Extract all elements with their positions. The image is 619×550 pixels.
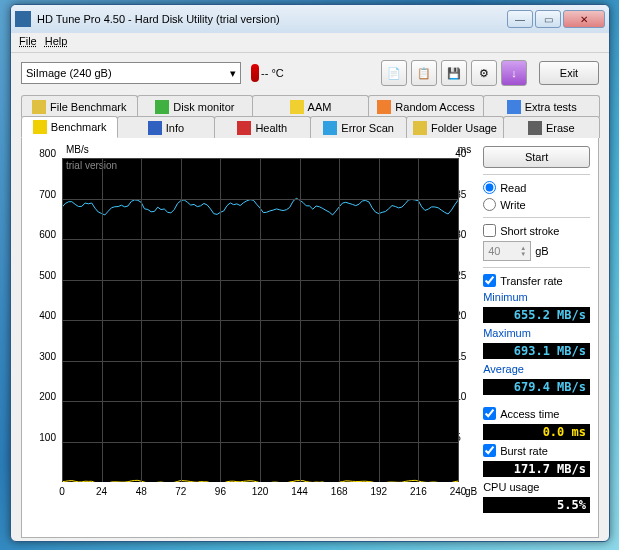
- transfer-rate-label: Transfer rate: [500, 275, 563, 287]
- tab-health[interactable]: Health: [214, 116, 311, 138]
- start-button[interactable]: Start: [483, 146, 590, 168]
- tab-icon: [237, 121, 251, 135]
- minimize-button[interactable]: —: [507, 10, 533, 28]
- tab-folder-usage[interactable]: Folder Usage: [406, 116, 503, 138]
- tab-icon: [528, 121, 542, 135]
- tab-erase[interactable]: Erase: [503, 116, 600, 138]
- menubar: File Help: [11, 33, 609, 53]
- short-stroke-checkbox[interactable]: [483, 224, 496, 237]
- tab-aam[interactable]: AAM: [252, 95, 369, 117]
- tab-icon: [377, 100, 391, 114]
- x-unit: gB: [465, 486, 477, 497]
- short-stroke-unit: gB: [535, 245, 548, 257]
- tab-icon: [33, 120, 47, 134]
- maximize-button[interactable]: ▭: [535, 10, 561, 28]
- y-left-label: MB/s: [66, 144, 89, 155]
- tab-row-2: BenchmarkInfoHealthError ScanFolder Usag…: [21, 116, 599, 138]
- side-panel: Start Read Write Short stroke 40 ▲▼ gB T…: [483, 146, 590, 529]
- close-button[interactable]: ✕: [563, 10, 605, 28]
- benchmark-panel: MB/s ms 100200300400500600700800 5101520…: [21, 138, 599, 538]
- access-time-value: 0.0 ms: [483, 424, 590, 440]
- drive-select-value: SiImage (240 gB): [26, 67, 112, 79]
- window-title: HD Tune Pro 4.50 - Hard Disk Utility (tr…: [37, 13, 507, 25]
- app-window: HD Tune Pro 4.50 - Hard Disk Utility (tr…: [10, 4, 610, 542]
- screenshot-button[interactable]: 📋: [411, 60, 437, 86]
- burst-rate-value: 171.7 MB/s: [483, 461, 590, 477]
- menu-file[interactable]: File: [19, 35, 37, 50]
- maximum-label: Maximum: [483, 327, 590, 339]
- average-value: 679.4 MB/s: [483, 379, 590, 395]
- tab-label: Error Scan: [341, 122, 394, 134]
- short-stroke-label: Short stroke: [500, 225, 559, 237]
- read-radio[interactable]: [483, 181, 496, 194]
- short-stroke-value: 40: [488, 245, 500, 257]
- tab-label: Info: [166, 122, 184, 134]
- menu-help[interactable]: Help: [45, 35, 68, 50]
- drive-select[interactable]: SiImage (240 gB) ▾: [21, 62, 241, 84]
- maximum-value: 693.1 MB/s: [483, 343, 590, 359]
- transfer-rate-checkbox[interactable]: [483, 274, 496, 287]
- continue-button[interactable]: ↓: [501, 60, 527, 86]
- write-label: Write: [500, 199, 525, 211]
- disk-icon: 💾: [447, 67, 461, 80]
- burst-rate-checkbox[interactable]: [483, 444, 496, 457]
- tab-label: Folder Usage: [431, 122, 497, 134]
- temperature-value: -- °C: [261, 67, 284, 79]
- average-label: Average: [483, 363, 590, 375]
- gear-icon: ⚙: [479, 67, 489, 80]
- dropdown-arrow-icon: ▾: [230, 67, 236, 80]
- toolbar: SiImage (240 gB) ▾ -- °C 📄 📋 💾 ⚙ ↓ Exit: [11, 53, 609, 93]
- cpu-usage-label: CPU usage: [483, 481, 590, 493]
- minimum-label: Minimum: [483, 291, 590, 303]
- thermometer-icon: [251, 64, 259, 82]
- tab-label: AAM: [308, 101, 332, 113]
- minimum-value: 655.2 MB/s: [483, 307, 590, 323]
- tab-icon: [155, 100, 169, 114]
- tab-disk-monitor[interactable]: Disk monitor: [137, 95, 254, 117]
- short-stroke-spinner[interactable]: 40 ▲▼: [483, 241, 531, 261]
- tab-icon: [413, 121, 427, 135]
- tab-label: Extra tests: [525, 101, 577, 113]
- tab-label: Random Access: [395, 101, 474, 113]
- spinner-arrows-icon: ▲▼: [520, 245, 526, 257]
- burst-rate-label: Burst rate: [500, 445, 548, 457]
- read-label: Read: [500, 182, 526, 194]
- access-time-label: Access time: [500, 408, 559, 420]
- save-button[interactable]: 💾: [441, 60, 467, 86]
- tab-error-scan[interactable]: Error Scan: [310, 116, 407, 138]
- tab-info[interactable]: Info: [117, 116, 214, 138]
- screenshot-icon: 📋: [417, 67, 431, 80]
- arrow-down-icon: ↓: [511, 67, 517, 79]
- access-time-checkbox[interactable]: [483, 407, 496, 420]
- copy-icon: 📄: [387, 67, 401, 80]
- app-icon: [15, 11, 31, 27]
- tab-icon: [290, 100, 304, 114]
- tab-icon: [507, 100, 521, 114]
- titlebar[interactable]: HD Tune Pro 4.50 - Hard Disk Utility (tr…: [11, 5, 609, 33]
- tab-label: Health: [255, 122, 287, 134]
- options-button[interactable]: ⚙: [471, 60, 497, 86]
- tab-icon: [148, 121, 162, 135]
- temperature-display: -- °C: [251, 64, 284, 82]
- tab-file-benchmark[interactable]: File Benchmark: [21, 95, 138, 117]
- tab-benchmark[interactable]: Benchmark: [21, 116, 118, 138]
- benchmark-chart: MB/s ms 100200300400500600700800 5101520…: [30, 146, 475, 526]
- exit-button[interactable]: Exit: [539, 61, 599, 85]
- tab-random-access[interactable]: Random Access: [368, 95, 485, 117]
- copy-info-button[interactable]: 📄: [381, 60, 407, 86]
- tab-icon: [32, 100, 46, 114]
- tab-icon: [323, 121, 337, 135]
- tab-label: Disk monitor: [173, 101, 234, 113]
- plot-area: trial version: [62, 158, 458, 482]
- tab-label: Benchmark: [51, 121, 107, 133]
- tab-extra-tests[interactable]: Extra tests: [483, 95, 600, 117]
- tab-label: Erase: [546, 122, 575, 134]
- tab-label: File Benchmark: [50, 101, 126, 113]
- write-radio[interactable]: [483, 198, 496, 211]
- tab-row-1: File BenchmarkDisk monitorAAMRandom Acce…: [21, 95, 599, 117]
- cpu-usage-value: 5.5%: [483, 497, 590, 513]
